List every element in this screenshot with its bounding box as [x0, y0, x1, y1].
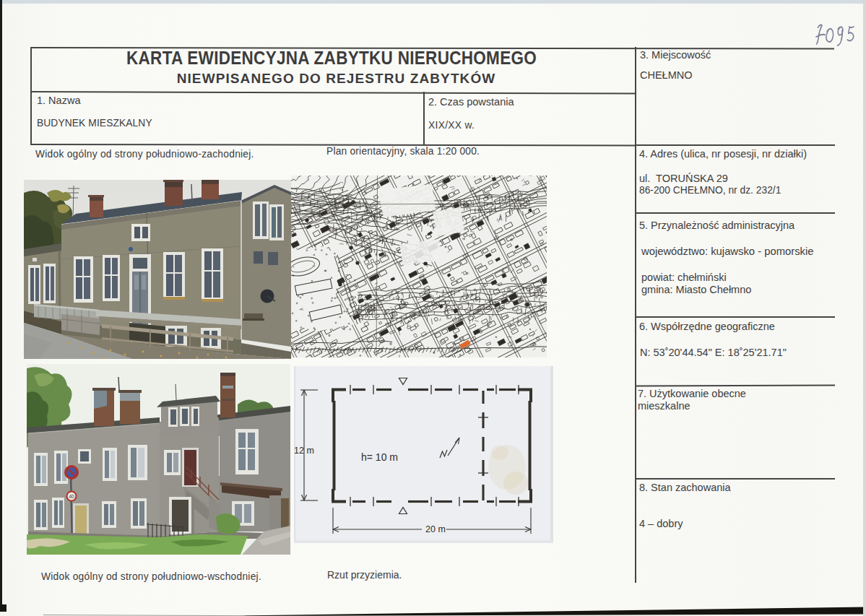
svg-text:74.0: 74.0: [459, 202, 469, 207]
svg-text:20 m: 20 m: [425, 524, 446, 534]
svg-text:2.5: 2.5: [369, 306, 376, 311]
svg-text:12 m: 12 m: [294, 446, 314, 456]
svg-text:h= 10 m: h= 10 m: [361, 451, 398, 463]
svg-text:40: 40: [69, 494, 74, 499]
svg-text:51.0: 51.0: [329, 227, 338, 232]
